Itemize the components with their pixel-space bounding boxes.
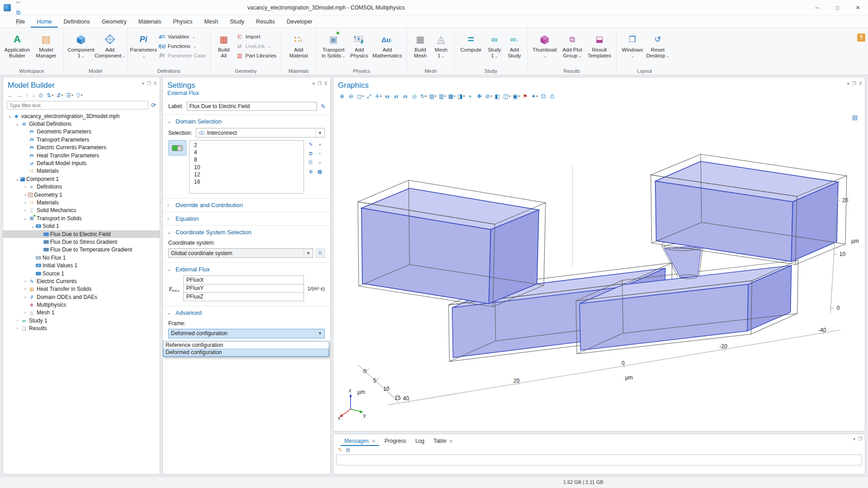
expander-icon[interactable]: › [22, 185, 28, 189]
ribbon-tab[interactable]: Study [224, 15, 250, 28]
image-effects-icon[interactable]: ◨▾ [457, 92, 466, 100]
minimize-button[interactable]: ─ [807, 0, 827, 15]
tree-item[interactable]: Flux Due to Stress Gradient [3, 238, 160, 246]
view-xy-icon[interactable]: xy [383, 92, 392, 100]
external-flux-header[interactable]: ⌄ External Flux [163, 263, 330, 276]
tree-item[interactable]: › ▧ Heat Transfer in Solids [3, 285, 160, 293]
expander-icon[interactable]: ⌄ [14, 122, 20, 126]
tree-item[interactable]: ⌄ ▣ Transport in Solids [3, 214, 160, 222]
ribbon-tab[interactable]: Materials [133, 15, 167, 28]
move-up-icon[interactable]: ↑ [26, 92, 29, 99]
help-icon[interactable]: ? [857, 33, 865, 42]
show-icon[interactable]: ⊙ [38, 92, 43, 99]
zoom-in-icon[interactable]: ⊕ [338, 92, 346, 100]
expander-icon[interactable]: › [14, 326, 20, 331]
tree-item[interactable]: › ∞ Study 1 [3, 317, 160, 324]
expander-icon[interactable]: › [22, 193, 28, 197]
pin-panel-icon[interactable]: ⊼ [859, 81, 862, 86]
add-to-selection-icon[interactable]: ＋ [316, 140, 324, 148]
tree-filter-input[interactable] [7, 101, 148, 109]
goto-selection-icon[interactable]: ⊕ [307, 167, 315, 175]
add-mathematics-button[interactable]: Δu↓ AddMathematics [370, 31, 404, 59]
domain-list-item[interactable]: 4 [190, 149, 304, 156]
paste-icon[interactable]: ⎘ [14, 18, 24, 28]
flux-component-input[interactable]: PFluxX [183, 275, 304, 284]
tree-item[interactable]: › ϟ Electric Currents [3, 277, 160, 285]
tree-item[interactable]: Pi Heat Transfer Parameters [3, 152, 160, 159]
pan-icon[interactable]: ✥ [475, 92, 484, 100]
pin-panel-icon[interactable]: ⊼ [324, 81, 327, 86]
ribbon-tab[interactable]: Developer [281, 15, 318, 28]
clip-plane-icon[interactable]: ⚑ [521, 92, 530, 100]
model-manager-button[interactable]: ▤ ModelManager [32, 31, 61, 59]
expander-icon[interactable]: › [22, 279, 28, 284]
ribbon-tab[interactable]: Geometry [96, 15, 133, 28]
domain-list-item[interactable]: 8 [190, 156, 304, 163]
reset-desktop-button[interactable]: ↺ ResetDesktop⌄ [645, 31, 670, 59]
hide-objects-icon[interactable]: ⊘▾ [484, 92, 493, 100]
variables-button[interactable]: a=Variables⌄ [157, 33, 208, 41]
tree-item[interactable]: › ◬ Mesh 1 [3, 309, 160, 317]
expander-icon[interactable]: › [22, 295, 28, 299]
ribbon-tab[interactable]: Results [250, 15, 281, 28]
messages-content[interactable] [336, 455, 862, 465]
add-component-button[interactable]: AddComponent⌄ [95, 31, 124, 59]
flux-component-input[interactable]: PFluxZ [183, 292, 304, 301]
paste-selection-icon[interactable]: ⎘ [307, 158, 315, 166]
scene-3d[interactable]: 40 20 0 -20 -40 µm 0 5 10 15 µm 20 10 0 [333, 102, 865, 431]
copy-messages-icon[interactable]: ⧉ [346, 447, 350, 453]
advanced-header[interactable]: ⌄ Advanced [163, 306, 330, 319]
tree-item[interactable]: ⇄ Default Model Inputs [3, 159, 160, 167]
ribbon-tab[interactable]: Mesh [199, 15, 224, 28]
color-table-icon[interactable]: ▥▾ [438, 92, 447, 100]
selection-dropdown[interactable]: Interconnect ▼ [196, 128, 325, 137]
wireframe-icon[interactable]: ◫▾ [502, 92, 511, 100]
tree-item[interactable]: D No Flux 1 [3, 254, 160, 261]
tree-item[interactable]: Pi Transport Parameters [3, 136, 160, 143]
coordinate-system-dropdown[interactable]: Global coordinate system ▼ [168, 248, 313, 258]
tree-item[interactable]: Flux Due to Temperature Gradient [3, 246, 160, 254]
add-study-button[interactable]: ∞↓ AddStudy [504, 31, 524, 59]
view-yz-icon[interactable]: yz [392, 92, 401, 100]
rotate-view-icon[interactable]: ↻▾ [419, 92, 428, 100]
panel-menu-icon[interactable]: ▾ [847, 81, 849, 86]
float-panel-icon[interactable]: ❐ [147, 81, 151, 86]
livelink-button[interactable]: ⇄LiveLink⌄ [234, 42, 278, 50]
dropdown-option[interactable]: Deformed configuration [163, 349, 329, 356]
frame-dropdown[interactable]: Deformed configuration ▼ [168, 329, 325, 338]
tree-item[interactable]: › ⌶ Solid Mechanics [3, 207, 160, 214]
selection-list-icon[interactable]: ▦ [316, 167, 324, 175]
domain-list-item[interactable]: 2 [190, 142, 304, 149]
float-panel-icon[interactable]: ❐ [318, 81, 322, 86]
transparency-icon[interactable]: ◧ [493, 92, 502, 100]
ribbon-tab[interactable]: Physics [167, 15, 198, 28]
tree-item[interactable]: › A Geometry 1 [3, 191, 160, 199]
rename-icon[interactable]: ✎ [321, 103, 326, 110]
add-material-button[interactable]: ∷↓ AddMaterial [284, 31, 313, 59]
equation-header[interactable]: › Equation [163, 212, 330, 225]
print-icon[interactable]: ⎙ [548, 92, 557, 100]
result-templates-button[interactable]: ⬓ ResultTemplates [585, 31, 613, 59]
select-icon[interactable]: ⌖ [466, 92, 474, 100]
component-1-button[interactable]: Component1⌄ [66, 31, 95, 59]
tree-item[interactable]: ∷ Materials [3, 167, 160, 175]
expander-icon[interactable]: ⌄ [7, 114, 13, 118]
tab-messages[interactable]: Messages ✕ [341, 438, 379, 446]
float-panel-icon[interactable]: ❐ [852, 81, 856, 86]
parameters-button[interactable]: Pi Parameters⌄ [130, 31, 157, 59]
label-field[interactable]: Flux Due to Electric Field [187, 102, 317, 111]
parameter-case-button[interactable]: PiParameter Case [157, 52, 208, 60]
tab-table[interactable]: Table ✕ [430, 438, 456, 446]
ribbon-tab[interactable]: Definitions [58, 15, 96, 28]
tree-item[interactable]: ⌄ D Solid 1 [3, 222, 160, 230]
camera-view-icon[interactable]: ◎ [410, 92, 419, 100]
tab-progress[interactable]: Progress [381, 438, 410, 446]
snapshot-icon[interactable]: ⊡ [539, 92, 548, 100]
domain-list-item[interactable]: 16 [190, 178, 304, 185]
tree-item[interactable]: › ❏ Results [3, 325, 160, 332]
flux-component-input[interactable]: PFluxY [183, 284, 304, 293]
panel-menu-icon[interactable]: ▾ [853, 436, 855, 441]
tree-item[interactable]: ⌄ Component 1 [3, 175, 160, 183]
tab-log[interactable]: Log [412, 438, 428, 446]
add-plot-group-button[interactable]: ⧉ Add PlotGroup⌄ [559, 31, 585, 59]
